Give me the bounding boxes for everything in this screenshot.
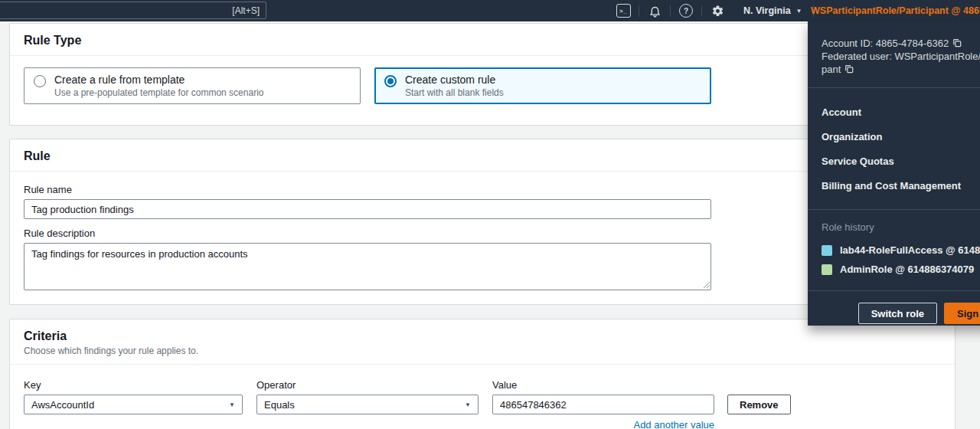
option-description: Start with all blank fields <box>405 87 504 98</box>
radio-checked-icon[interactable] <box>384 75 397 87</box>
menu-item-billing[interactable]: Billing and Cost Management <box>822 173 980 198</box>
section-header: Criteria Choose which findings your rule… <box>10 319 955 364</box>
region-selector[interactable]: N. Virginia ▼ <box>733 0 813 21</box>
cloudshell-icon[interactable] <box>608 0 639 21</box>
operator-select[interactable]: Equals <box>256 395 479 414</box>
role-history-item[interactable]: AdminRole @ 614886374079 <box>822 260 980 279</box>
rule-name-input[interactable] <box>24 199 711 219</box>
notifications-bell-icon[interactable] <box>639 0 670 21</box>
account-dropdown-panel: Account ID: 4865-4784-6362 Federated use… <box>808 21 980 326</box>
terminal-icon <box>616 4 631 18</box>
account-menu-trigger[interactable]: WSParticipantRole/Participant @ 4865-478… <box>811 0 980 21</box>
panel-button-row: Switch role Sign out <box>822 303 980 324</box>
role-color-swatch <box>822 245 832 256</box>
switch-role-button[interactable]: Switch role <box>858 303 937 324</box>
federated-user-line: Federated user: WSParticipantRole/Partic… <box>822 50 980 76</box>
settings-gear-icon[interactable] <box>702 0 733 21</box>
section-description: Choose which findings your rule applies … <box>24 345 941 356</box>
section-title: Criteria <box>24 329 941 343</box>
add-another-value-link[interactable]: Add another value <box>492 419 714 429</box>
identity-block: Account ID: 4865-4784-6362 Federated use… <box>822 37 980 76</box>
bell-icon <box>648 5 662 18</box>
section-title: Rule <box>24 149 941 163</box>
divider <box>808 290 980 291</box>
rule-description-label: Rule description <box>24 228 941 239</box>
divider <box>808 87 980 88</box>
topbar-actions: N. Virginia ▼ <box>608 0 814 21</box>
role-history-title: Role history <box>822 221 980 233</box>
role-label: lab44-RoleFullAccess @ 614886... <box>840 244 980 256</box>
option-description: Use a pre-populated template for common … <box>54 87 263 98</box>
criteria-section: Criteria Choose which findings your rule… <box>9 319 956 429</box>
divider <box>808 209 980 210</box>
option-title: Create custom rule <box>405 74 504 86</box>
search-input[interactable]: [Alt+S] <box>0 2 266 19</box>
region-label: N. Virginia <box>743 5 791 16</box>
menu-item-service-quotas[interactable]: Service Quotas <box>822 149 980 173</box>
copy-icon[interactable] <box>952 38 962 47</box>
radio-unchecked-icon[interactable] <box>34 75 46 87</box>
user-role-label: WSParticipantRole/Participant @ 4865-478… <box>811 5 980 16</box>
operator-label: Operator <box>256 379 479 391</box>
value-input[interactable] <box>492 395 714 414</box>
value-label: Value <box>492 379 714 391</box>
role-label: AdminRole @ 614886374079 <box>840 264 974 275</box>
question-icon <box>679 4 693 18</box>
rule-description-textarea[interactable]: Tag findings for resources in production… <box>24 243 711 290</box>
top-navigation-bar: [Alt+S] N. Virginia ▼ WSParticipa <box>0 0 980 21</box>
key-select[interactable]: AwsAccountId <box>24 395 243 414</box>
role-color-swatch <box>822 264 832 275</box>
rule-name-label: Rule name <box>24 184 941 195</box>
account-id-line: Account ID: 4865-4784-6362 <box>822 37 980 50</box>
section-title: Rule Type <box>24 34 941 47</box>
menu-item-account[interactable]: Account <box>822 100 980 124</box>
chevron-down-icon: ▼ <box>796 8 802 15</box>
option-create-custom-rule[interactable]: Create custom rule Start with all blank … <box>374 67 711 104</box>
key-label: Key <box>24 379 243 391</box>
gear-icon <box>711 5 724 18</box>
key-selected-value: AwsAccountId <box>31 399 94 411</box>
help-icon[interactable] <box>671 0 701 21</box>
sign-out-button[interactable]: Sign out <box>944 303 980 324</box>
remove-button[interactable]: Remove <box>727 395 791 414</box>
copy-icon[interactable] <box>844 64 854 74</box>
option-title: Create a rule from template <box>54 74 263 86</box>
role-history-item[interactable]: lab44-RoleFullAccess @ 614886... <box>822 241 980 260</box>
menu-item-organization[interactable]: Organization <box>822 124 980 149</box>
operator-selected-value: Equals <box>264 399 295 411</box>
criteria-row: Key AwsAccountId Operator Equals Value A… <box>10 365 955 429</box>
search-shortcut-hint: [Alt+S] <box>232 5 260 16</box>
option-create-from-template[interactable]: Create a rule from template Use a pre-po… <box>24 67 361 104</box>
